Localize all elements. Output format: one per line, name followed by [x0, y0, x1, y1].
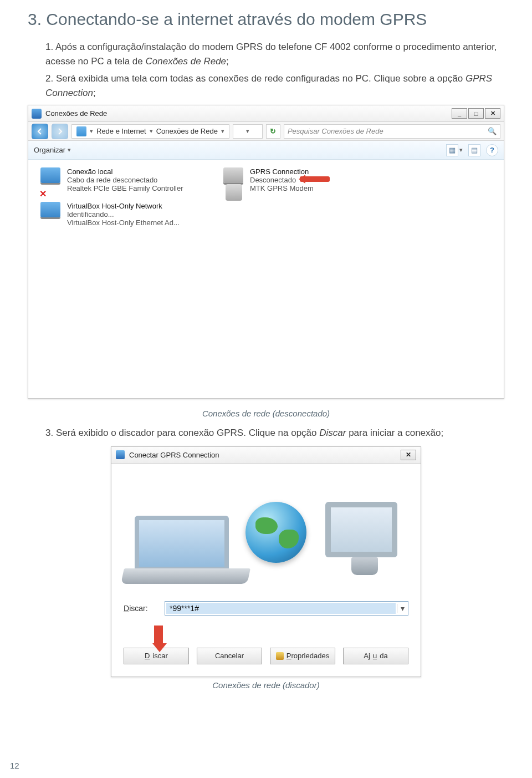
pc-monitor-icon: [325, 502, 397, 557]
connection-icon: [116, 450, 125, 459]
titlebar: Conexões de Rede _ □ ✕: [28, 105, 504, 122]
folder-icon: [76, 126, 86, 136]
dialer-title: Conectar GPRS Connection: [129, 451, 219, 459]
step-1-italic: Conexões de Rede: [146, 56, 227, 67]
address-bar: ▾ Rede e Internet ▾ Conexões de Rede ▾ ▾…: [28, 122, 504, 141]
history-dropdown[interactable]: ▾: [233, 124, 263, 139]
dialer-window: Conectar GPRS Connection ✕ DDiscar:iscar…: [111, 446, 421, 677]
step-3: 3. Será exibido o discador para conexão …: [45, 426, 504, 440]
step-1: 1. Após a configuração/instalação do mod…: [45, 40, 504, 69]
step-2: 2. Será exibida uma tela com todas as co…: [45, 72, 504, 101]
dialer-illustration: [124, 471, 408, 588]
chevron-down-icon: ▾: [68, 146, 71, 154]
modem-icon: [226, 184, 242, 201]
step-3-italic: Discar: [319, 428, 346, 438]
connections-list: ✕ Conexão local Cabo da rede desconectad…: [28, 160, 504, 398]
step-3-text: 3. Será exibido o discador para conexão …: [45, 428, 319, 438]
highlight-arrow-icon: [152, 626, 165, 651]
laptop-base-icon: [121, 568, 250, 584]
crumb-2: Conexões de Rede: [156, 127, 218, 135]
maximize-button[interactable]: □: [468, 108, 484, 119]
help-button[interactable]: ?: [486, 144, 498, 156]
step-1-text: 1. Após a configuração/instalação do mod…: [45, 42, 497, 67]
shield-icon: [276, 652, 284, 660]
step-1-suffix: ;: [226, 56, 229, 67]
properties-button[interactable]: Propriedades: [270, 648, 335, 664]
step-3-suffix: para iniciar a conexão;: [346, 428, 443, 438]
search-icon: 🔍: [488, 127, 497, 135]
step-2-text: 2. Será exibida uma tela com todas as co…: [45, 73, 466, 84]
steps-list: 1. Após a configuração/instalação do mod…: [28, 40, 504, 100]
steps-list-2: 3. Será exibido o discador para conexão …: [28, 426, 504, 440]
conn-adapter: MTK GPRS Modem: [250, 184, 314, 192]
step-2-suffix: ;: [93, 88, 96, 98]
forward-button[interactable]: [52, 124, 68, 139]
pc-stand-icon: [351, 557, 378, 575]
connection-item-local[interactable]: ✕ Conexão local Cabo da rede desconectad…: [67, 167, 183, 192]
search-input[interactable]: Pesquisar Conexões de Rede 🔍: [284, 124, 500, 139]
conn-adapter: VirtualBox Host-Only Ethernet Ad...: [67, 218, 180, 227]
monitor-icon: [40, 202, 63, 222]
page-number: 12: [10, 761, 19, 770]
window-title: Conexões de Rede: [45, 109, 107, 118]
toolbar: Organizar ▾ ▦ ▾ ▤ ?: [28, 141, 504, 160]
dial-value: *99***1#: [166, 603, 396, 614]
search-placeholder: Pesquisar Conexões de Rede: [288, 127, 383, 135]
conn-name: Conexão local: [67, 167, 183, 176]
minimize-button[interactable]: _: [452, 108, 467, 119]
chevron-down-icon: ▾: [397, 604, 408, 613]
crumb-1: Rede e Internet: [96, 127, 146, 135]
chevron-down-icon: ▾: [459, 146, 463, 154]
conn-status: Cabo da rede desconectado: [67, 176, 183, 184]
monitor-icon: [40, 167, 63, 187]
preview-pane-button[interactable]: ▤: [468, 144, 480, 156]
globe-icon: [245, 502, 306, 563]
section-title: 3. Conectando-se a internet através do m…: [28, 10, 504, 29]
conn-adapter: Realtek PCIe GBE Family Controller: [67, 184, 183, 192]
help-button[interactable]: Ajuda: [343, 648, 408, 664]
conn-status: Identificando...: [67, 210, 180, 218]
close-button[interactable]: ✕: [401, 450, 416, 460]
refresh-button[interactable]: ↻: [266, 124, 280, 139]
dial-row: DDiscar:iscar: *99***1# ▾: [124, 601, 408, 616]
cancel-button[interactable]: Cancelar: [197, 648, 262, 664]
caption-1: Conexões de rede (desconectado): [28, 409, 504, 418]
dial-label: DDiscar:iscar:: [124, 604, 157, 613]
chevron-down-icon: ▾: [150, 128, 153, 135]
network-connections-window: Conexões de Rede _ □ ✕ ▾ Rede e Internet…: [28, 105, 504, 399]
caption-2: Conexões de rede (discador): [28, 680, 504, 690]
breadcrumb[interactable]: ▾ Rede e Internet ▾ Conexões de Rede ▾: [71, 124, 229, 139]
organize-menu[interactable]: Organizar: [34, 146, 65, 154]
chevron-down-icon: ▾: [90, 128, 93, 135]
chevron-down-icon: ▾: [221, 128, 224, 135]
close-button[interactable]: ✕: [485, 108, 500, 119]
dial-combo[interactable]: *99***1# ▾: [165, 601, 408, 616]
highlight-arrow-icon: [300, 176, 330, 182]
error-x-icon: ✕: [39, 189, 47, 199]
connection-item-virtualbox[interactable]: VirtualBox Host-Only Network Identifican…: [67, 202, 180, 227]
laptop-icon: [135, 516, 229, 571]
dialer-titlebar: Conectar GPRS Connection ✕: [111, 447, 421, 464]
network-icon: [32, 109, 42, 119]
conn-name: VirtualBox Host-Only Network: [67, 202, 180, 210]
back-button[interactable]: [32, 124, 48, 139]
view-icons-button[interactable]: ▦: [446, 144, 458, 156]
